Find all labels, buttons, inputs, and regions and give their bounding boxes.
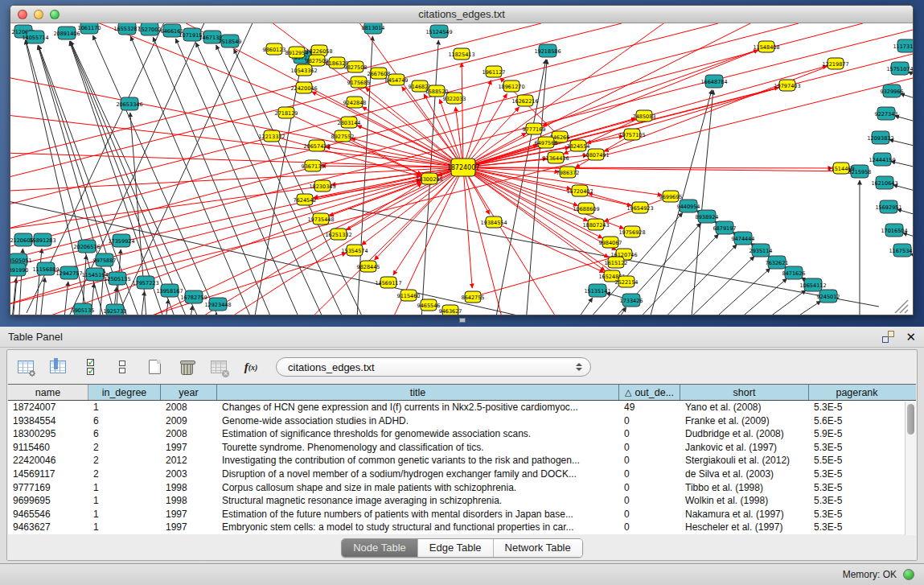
table-row[interactable]: 977716911998Corpus callosum shape and si…	[8, 481, 916, 495]
graph-node[interactable]: 9440954	[677, 200, 700, 212]
graph-node[interactable]: 12093832	[867, 131, 893, 144]
graph-node[interactable]: 20891406	[53, 27, 80, 39]
graph-node[interactable]: 9465546	[417, 299, 441, 311]
graph-node[interactable]: 16251332	[325, 229, 351, 240]
graph-node[interactable]: 2803144	[338, 117, 361, 128]
table-row[interactable]: 911546021997Tourette syndrome. Phenomeno…	[8, 441, 916, 455]
float-panel-icon[interactable]	[882, 331, 894, 343]
graph-node[interactable]: 15354574	[341, 245, 368, 256]
table-row[interactable]: 946554611997Estimation of the future num…	[8, 508, 916, 521]
graph-node[interactable]: 9115460	[397, 290, 421, 301]
table-row[interactable]: 946362711997Embryonic stem cells: a mode…	[8, 521, 916, 534]
column-header-pagerank[interactable]: pagerank	[809, 385, 905, 400]
graph-node[interactable]: 9463627	[439, 305, 462, 315]
graph-node[interactable]: 15124549	[425, 25, 452, 38]
graph-node[interactable]: 9175685	[347, 76, 371, 88]
graph-node[interactable]: 1961127	[483, 66, 506, 77]
graph-node[interactable]: 3824554	[567, 140, 590, 151]
graph-node[interactable]: 19218586	[534, 44, 561, 57]
column-header-title[interactable]: title	[217, 385, 619, 400]
tab-node-table[interactable]: Node Table	[342, 539, 418, 557]
graph-node[interactable]: 1061170	[78, 23, 101, 34]
graph-node[interactable]: 16553287	[113, 23, 140, 35]
graph-node[interactable]: 5905135	[72, 303, 95, 315]
graph-node[interactable]: 12923448	[204, 298, 231, 311]
graph-node[interactable]: 17016504	[881, 224, 907, 237]
table-settings-icon[interactable]	[15, 357, 36, 377]
graph-node[interactable]: 1925733	[104, 304, 127, 315]
graph-node[interactable]: 12444159	[869, 153, 895, 166]
function-builder-icon[interactable]: f(x)	[240, 357, 261, 377]
close-button[interactable]	[18, 10, 27, 19]
table-row[interactable]: 1456911722003Disruption of a novel membe…	[8, 468, 916, 481]
graph-node[interactable]: 1733426	[620, 294, 643, 307]
graph-node[interactable]: 9329966	[881, 84, 904, 97]
graph-node[interactable]: 7632621	[766, 256, 789, 269]
graph-node[interactable]: 9699695	[659, 191, 683, 202]
graph-node[interactable]: 18724007	[447, 159, 480, 176]
graph-node[interactable]: 9391990	[10, 263, 28, 276]
graph-node[interactable]: 18961270	[498, 80, 524, 92]
table-selector[interactable]: citations_edges.txt	[276, 357, 591, 377]
graph-node[interactable]: 21364436	[542, 152, 569, 163]
graph-node[interactable]: 9242848	[343, 97, 367, 108]
graph-node[interactable]: 15751074	[886, 62, 913, 75]
minimize-button[interactable]	[34, 10, 43, 19]
graph-node[interactable]: 19797403	[774, 80, 800, 91]
table-row[interactable]: 969969511998Structural magnetic resonanc…	[8, 494, 916, 508]
graph-node[interactable]: 11173106	[893, 39, 913, 52]
graph-node[interactable]: 9474444	[732, 232, 755, 245]
vertical-scrollbar[interactable]	[905, 402, 916, 535]
table-row[interactable]: 2242004622012Investigating the contribut…	[8, 454, 916, 468]
graph-node[interactable]: 14569117	[375, 277, 401, 288]
column-header-short[interactable]: short	[680, 385, 809, 400]
delete-column-icon[interactable]	[176, 357, 197, 377]
graph-node[interactable]: 2935114	[749, 244, 773, 257]
graph-node[interactable]: 16782759	[180, 290, 207, 303]
graph-node[interactable]: 1527002	[138, 23, 162, 35]
graph-node[interactable]: 15720407	[566, 185, 593, 196]
network-canvas[interactable]: 2120605140557142089140610611701655328715…	[10, 23, 913, 315]
graph-node[interactable]: 16648784	[700, 75, 727, 88]
graph-node[interactable]: 9245012	[817, 290, 840, 303]
graph-node[interactable]: 15135141	[584, 284, 610, 297]
tab-network-table[interactable]: Network Table	[494, 539, 582, 557]
column-header-year[interactable]: year	[161, 385, 217, 400]
graph-node[interactable]: 8813014	[362, 23, 385, 34]
tab-edge-table[interactable]: Edge Table	[418, 539, 494, 557]
resize-grip-icon[interactable]	[895, 300, 908, 313]
memory-ok-icon[interactable]	[903, 569, 914, 580]
graph-node[interactable]: 10688609	[573, 203, 599, 214]
graph-node[interactable]: 22420046	[290, 82, 317, 93]
graph-node[interactable]: 9227343	[875, 107, 898, 120]
new-table-icon[interactable]	[144, 357, 165, 377]
graph-node[interactable]: 11675345	[889, 244, 913, 257]
graph-node[interactable]: 15692951	[875, 200, 901, 213]
zoom-button[interactable]	[50, 10, 60, 19]
row-options-icon[interactable]	[112, 357, 133, 377]
show-columns-icon[interactable]	[47, 357, 68, 377]
graph-node[interactable]: 6879197	[713, 221, 737, 234]
column-header-out_de[interactable]: △out_de...	[619, 385, 680, 400]
table-row[interactable]: 1938455462009Genome-wide association stu…	[8, 414, 916, 428]
table-row[interactable]: 1872400712008Changes of HCN gene express…	[8, 401, 916, 414]
scrollbar-thumb[interactable]	[907, 404, 914, 435]
graph-node[interactable]: 8642755	[462, 291, 485, 303]
column-header-name[interactable]: name	[8, 385, 88, 400]
splitter-grip[interactable]	[459, 318, 466, 323]
column-header-in_degree[interactable]: in_degree	[88, 385, 161, 400]
graph-node[interactable]: 7518549	[219, 35, 242, 47]
graph-node[interactable]: 8471626	[782, 266, 806, 279]
graph-node[interactable]: 9860123	[263, 43, 286, 55]
graph-node[interactable]: 12942757	[55, 266, 82, 279]
graph-node[interactable]: 13958167	[156, 284, 183, 297]
network-graph[interactable]: 2120605140557142089140610611701655328715…	[10, 23, 913, 315]
graph-node[interactable]: 11825413	[448, 48, 474, 60]
graph-node[interactable]: 8938924	[696, 210, 719, 223]
graph-node[interactable]: 16210643	[871, 176, 897, 189]
table-row[interactable]: 1830029562008Estimation of significance …	[8, 427, 916, 441]
close-panel-icon[interactable]: ✕	[906, 331, 916, 343]
graph-node[interactable]: 19757105	[618, 129, 645, 140]
select-columns-icon[interactable]	[80, 357, 101, 377]
graph-node[interactable]: 9975887	[93, 253, 117, 266]
